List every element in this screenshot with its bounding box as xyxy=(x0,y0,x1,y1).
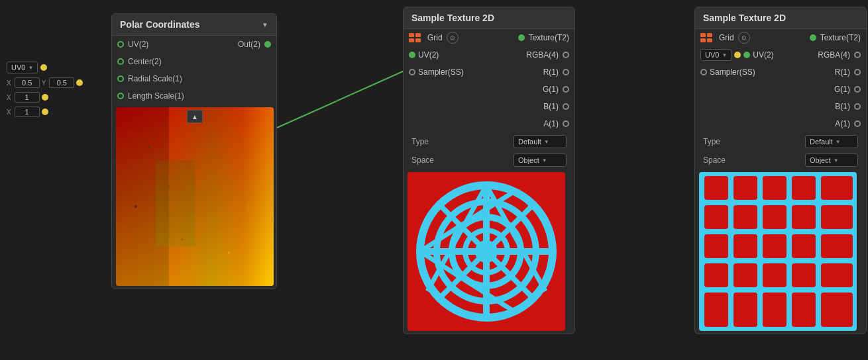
svg-rect-14 xyxy=(415,33,421,37)
center-left-port[interactable] xyxy=(117,58,124,65)
g2-row: G(1) xyxy=(695,81,866,98)
uv2-label: UV(2) xyxy=(753,50,773,60)
length-x-label: X xyxy=(7,109,11,116)
texture2-port-right: Texture(T2) xyxy=(810,33,861,42)
rgba-connector[interactable] xyxy=(563,52,569,58)
sampler2-connector[interactable] xyxy=(700,69,707,75)
type2-dropdown[interactable]: Default ▼ xyxy=(805,135,858,148)
uv2-output-connector[interactable] xyxy=(743,52,750,58)
a2-label: A(1) xyxy=(835,119,850,128)
type-arrow: ▼ xyxy=(544,139,549,145)
svg-rect-49 xyxy=(792,234,816,258)
grid-port-left: Grid ⊙ xyxy=(409,32,459,44)
out-port[interactable] xyxy=(264,41,271,48)
b2-row: B(1) xyxy=(695,98,866,115)
length-left-port[interactable] xyxy=(117,93,124,99)
radial-connector[interactable] xyxy=(42,94,48,101)
svg-rect-4 xyxy=(116,107,274,286)
texture2-label: Texture(T2) xyxy=(820,33,861,42)
r-label: R(1) xyxy=(543,68,559,77)
type2-value: Default xyxy=(810,138,833,146)
a-connector[interactable] xyxy=(563,120,569,127)
sampler-r-row: Sampler(SS) R(1) xyxy=(404,64,574,81)
g-connector[interactable] xyxy=(563,86,569,93)
r2-port-right: R(1) xyxy=(835,68,861,77)
svg-rect-36 xyxy=(704,176,728,200)
a2-connector[interactable] xyxy=(854,120,861,127)
space-dropdown[interactable]: Object ▼ xyxy=(514,154,567,167)
polar-texture-svg xyxy=(407,172,565,331)
texture-right-connector[interactable] xyxy=(518,34,525,41)
r-connector[interactable] xyxy=(563,69,569,75)
polar-node-title: Polar Coordinates xyxy=(120,19,200,30)
svg-point-6 xyxy=(148,146,150,148)
scroll-up-btn[interactable]: ▲ xyxy=(187,110,203,123)
uv-output-connector[interactable] xyxy=(409,52,415,58)
rgba2-connector[interactable] xyxy=(854,52,861,58)
uv-port-label: UV(2) xyxy=(128,40,194,49)
svg-rect-56 xyxy=(704,292,728,327)
polar-collapse-arrow[interactable]: ▼ xyxy=(262,21,268,28)
a2-port-right: A(1) xyxy=(835,119,861,128)
uv2-connector[interactable] xyxy=(734,52,741,58)
sampler-connector[interactable] xyxy=(409,69,415,75)
texture2-right-connector[interactable] xyxy=(810,34,816,41)
g2-connector[interactable] xyxy=(854,86,861,93)
uv-left-port[interactable] xyxy=(117,41,124,48)
svg-point-10 xyxy=(215,159,216,161)
space2-dropdown[interactable]: Object ▼ xyxy=(805,154,858,167)
texture-label: Texture(T2) xyxy=(529,33,569,42)
sampler-left: Sampler(SS) xyxy=(409,68,464,77)
space2-arrow: ▼ xyxy=(834,158,839,163)
svg-rect-45 xyxy=(821,205,853,229)
texture-port-right: Texture(T2) xyxy=(518,33,569,42)
center-y-input[interactable] xyxy=(49,77,74,88)
length-x-input[interactable] xyxy=(15,107,40,117)
uv-output-label: UV(2) xyxy=(418,50,439,60)
grid2-settings-btn[interactable]: ⊙ xyxy=(738,32,750,44)
b2-connector[interactable] xyxy=(854,103,861,110)
sampler2-r-row: Sampler(SS) R(1) xyxy=(695,64,866,81)
length-connector[interactable] xyxy=(42,109,48,115)
svg-rect-31 xyxy=(700,33,706,37)
uv-dropdown-value: UV0 xyxy=(11,64,25,71)
sampler2-left: Sampler(SS) xyxy=(700,68,755,77)
svg-rect-57 xyxy=(733,292,757,327)
space-value: Object xyxy=(518,156,539,164)
radial-left-port[interactable] xyxy=(117,75,124,82)
length-port-label: Length Scale(1) xyxy=(128,91,271,101)
rgba2-port-right: RGBA(4) xyxy=(818,50,861,60)
g2-label: G(1) xyxy=(834,85,850,94)
svg-rect-53 xyxy=(763,263,787,287)
sampler-label: Sampler(SS) xyxy=(418,68,464,77)
sample-tex-1-preview xyxy=(407,172,565,331)
space-arrow: ▼ xyxy=(542,158,547,163)
svg-rect-38 xyxy=(763,176,787,200)
r2-connector[interactable] xyxy=(854,69,861,75)
r2-label: R(1) xyxy=(835,68,850,77)
center-x-input[interactable] xyxy=(15,77,40,88)
svg-rect-32 xyxy=(707,33,712,37)
g-row: G(1) xyxy=(404,81,574,98)
length-port-row: Length Scale(1) xyxy=(112,87,276,105)
svg-point-8 xyxy=(135,205,137,208)
b-connector[interactable] xyxy=(563,103,569,110)
uv0-dropdown[interactable]: UV0 ▼ xyxy=(7,62,38,73)
grid-label: Grid xyxy=(427,33,443,42)
center-port-label: Center(2) xyxy=(128,57,271,66)
radial-row: X xyxy=(7,92,83,103)
type2-arrow: ▼ xyxy=(836,139,841,145)
type-dropdown[interactable]: Default ▼ xyxy=(514,135,567,148)
svg-point-11 xyxy=(247,205,250,208)
svg-rect-60 xyxy=(821,292,853,327)
svg-rect-50 xyxy=(821,234,853,258)
radial-x-input[interactable] xyxy=(15,92,40,103)
svg-rect-46 xyxy=(704,234,728,258)
uv2-dropdown[interactable]: UV0 ▼ xyxy=(700,49,732,61)
svg-rect-33 xyxy=(700,38,706,42)
grid-settings-btn[interactable]: ⊙ xyxy=(447,32,459,44)
center-connector[interactable] xyxy=(76,79,83,86)
svg-rect-52 xyxy=(733,263,757,287)
svg-rect-55 xyxy=(821,263,853,287)
uv-connector[interactable] xyxy=(40,64,47,71)
